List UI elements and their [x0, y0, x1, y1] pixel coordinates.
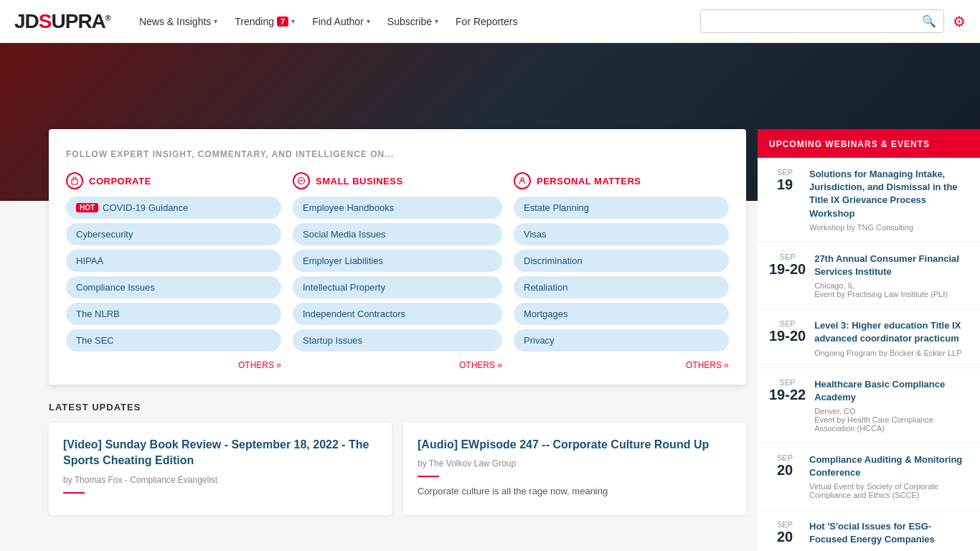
- topic-startup-issues[interactable]: Startup Issues: [293, 329, 502, 352]
- event-content-6: Hot 'S'ocial Issues for ESG-Focused Ener…: [809, 520, 969, 551]
- event-title-6[interactable]: Hot 'S'ocial Issues for ESG-Focused Ener…: [809, 520, 969, 546]
- event-date-4: SEP 19-22: [769, 378, 806, 433]
- small-business-column: SMALL BUSINESS Employee Handbooks Social…: [287, 172, 508, 370]
- event-meta-4: Denver, COEvent by Health Care Complianc…: [814, 407, 969, 433]
- webinars-header: UPCOMING WEBINARS & EVENTS: [758, 129, 980, 158]
- event-title-5[interactable]: Compliance Auditing & Monitoring Confere…: [809, 453, 969, 479]
- corporate-column: CORPORATE HOT COVID-19 Guidance Cybersec…: [66, 172, 287, 370]
- corporate-others[interactable]: OTHERS »: [66, 356, 281, 370]
- event-item-1: SEP 19 Solutions for Managing Intake, Ju…: [758, 158, 980, 242]
- article-excerpt-2: Corporate culture is all the rage now, m…: [418, 484, 732, 499]
- corporate-header: CORPORATE: [66, 172, 281, 189]
- event-content-3: Level 3: Higher education Title IX advan…: [814, 319, 969, 357]
- article-author-1: by Thomas Fox - Compliance Evangelist: [63, 475, 377, 485]
- personal-matters-icon: [514, 172, 531, 189]
- event-title-3[interactable]: Level 3: Higher education Title IX advan…: [814, 319, 969, 345]
- search-button[interactable]: 🔍: [915, 10, 943, 32]
- personal-matters-column: PERSONAL MATTERS Estate Planning Visas D…: [508, 172, 729, 370]
- event-item-5: SEP 20 Compliance Auditing & Monitoring …: [758, 443, 980, 510]
- event-date-3: SEP 19-20: [769, 319, 806, 357]
- small-business-others[interactable]: OTHERS »: [293, 356, 502, 370]
- topic-employee-handbooks[interactable]: Employee Handbooks: [293, 197, 502, 219]
- article-card-2: [Audio] EWpisode 247 -- Corporate Cultur…: [403, 423, 746, 515]
- webinars-title: UPCOMING WEBINARS & EVENTS: [769, 139, 930, 149]
- event-item-4: SEP 19-22 Healthcare Basic Compliance Ac…: [758, 368, 980, 443]
- topic-social-media[interactable]: Social Media Issues: [293, 223, 502, 245]
- corporate-title: CORPORATE: [89, 176, 151, 187]
- small-business-header: SMALL BUSINESS: [293, 172, 502, 189]
- logo[interactable]: JDSUPRA®: [14, 10, 110, 33]
- nav-news-insights[interactable]: News & Insights ▾: [139, 16, 217, 27]
- event-item-2: SEP 19-20 27th Annual Consumer Financial…: [758, 242, 980, 309]
- chevron-down-icon: ▾: [435, 17, 438, 25]
- event-meta-1: Workshop by TNG Consulting: [809, 223, 969, 232]
- topic-compliance[interactable]: Compliance Issues: [66, 276, 281, 298]
- event-date-1: SEP 19: [769, 168, 801, 232]
- topic-privacy[interactable]: Privacy: [514, 329, 729, 352]
- chevron-down-icon: ▾: [291, 17, 295, 25]
- trending-badge: 7: [277, 17, 288, 27]
- event-item-3: SEP 19-20 Level 3: Higher education Titl…: [758, 309, 980, 367]
- search-bar: 🔍: [700, 9, 944, 33]
- topic-retaliation[interactable]: Retaliation: [514, 276, 729, 298]
- topic-sec[interactable]: The SEC: [66, 329, 281, 352]
- nav-for-reporters[interactable]: For Reporters: [456, 16, 517, 27]
- latest-updates-section: LATEST UPDATES [Video] Sunday Book Revie…: [49, 402, 746, 515]
- topic-intellectual-property[interactable]: Intellectual Property: [293, 276, 502, 298]
- chevron-down-icon: ▾: [367, 17, 370, 25]
- topic-covid19[interactable]: HOT COVID-19 Guidance: [66, 197, 281, 219]
- topic-hipaa[interactable]: HIPAA: [66, 250, 281, 272]
- svg-point-2: [521, 178, 524, 181]
- topic-estate-planning[interactable]: Estate Planning: [514, 197, 729, 219]
- topic-employer-liabilities[interactable]: Employer Liabilities: [293, 250, 502, 272]
- nav-trending[interactable]: Trending 7 ▾: [235, 16, 295, 27]
- topic-nlrb[interactable]: The NLRB: [66, 303, 281, 325]
- event-content-4: Healthcare Basic Compliance Academy Denv…: [814, 378, 969, 433]
- articles-grid: [Video] Sunday Book Review - September 1…: [49, 423, 746, 515]
- latest-updates-title: LATEST UPDATES: [49, 402, 746, 413]
- event-title-4[interactable]: Healthcare Basic Compliance Academy: [814, 378, 969, 404]
- event-title-1[interactable]: Solutions for Managing Intake, Jurisdict…: [809, 168, 969, 220]
- topic-discrimination[interactable]: Discrimination: [514, 250, 729, 272]
- event-content-1: Solutions for Managing Intake, Jurisdict…: [809, 168, 969, 232]
- event-date-6: SEP 20: [769, 520, 801, 551]
- chevron-down-icon: ▾: [214, 17, 217, 25]
- personal-others[interactable]: OTHERS »: [514, 356, 729, 370]
- event-date-2: SEP 19-20: [769, 253, 806, 298]
- right-panel: UPCOMING WEBINARS & EVENTS SEP 19 Soluti…: [758, 129, 980, 551]
- topic-independent-contractors[interactable]: Independent Contractors: [293, 303, 502, 325]
- main-nav: News & Insights ▾ Trending 7 ▾ Find Auth…: [139, 16, 700, 27]
- event-meta-2: Chicago, ILEvent by Practising Law Insti…: [814, 281, 969, 298]
- search-input[interactable]: [701, 11, 915, 32]
- small-business-icon: [293, 172, 310, 189]
- event-title-2[interactable]: 27th Annual Consumer Financial Services …: [814, 253, 969, 278]
- event-content-2: 27th Annual Consumer Financial Services …: [814, 253, 969, 298]
- events-list: SEP 19 Solutions for Managing Intake, Ju…: [758, 158, 980, 551]
- event-item-6: SEP 20 Hot 'S'ocial Issues for ESG-Focus…: [758, 510, 980, 551]
- article-divider-2: [418, 476, 439, 477]
- nav-find-author[interactable]: Find Author ▾: [312, 16, 370, 27]
- settings-button[interactable]: ⚙: [953, 13, 966, 30]
- follow-card: FOLLOW EXPERT INSIGHT, COMMENTARY, AND I…: [49, 129, 746, 385]
- main-header: JDSUPRA® News & Insights ▾ Trending 7 ▾ …: [0, 0, 980, 43]
- topic-mortgages[interactable]: Mortgages: [514, 303, 729, 325]
- event-meta-3: Ongoing Program by Bricker & Eckler LLP: [814, 349, 969, 357]
- main-layout: FOLLOW EXPERT INSIGHT, COMMENTARY, AND I…: [0, 129, 980, 551]
- event-meta-5: Virtual Event by Society of Corporate Co…: [809, 482, 969, 499]
- topic-cybersecurity[interactable]: Cybersecurity: [66, 223, 281, 245]
- search-icon: 🔍: [922, 15, 936, 27]
- svg-rect-0: [72, 179, 77, 184]
- event-content-5: Compliance Auditing & Monitoring Confere…: [809, 453, 969, 499]
- nav-subscribe[interactable]: Subscribe ▾: [387, 16, 438, 27]
- article-title-2[interactable]: [Audio] EWpisode 247 -- Corporate Cultur…: [418, 437, 732, 453]
- article-divider-1: [63, 492, 85, 494]
- article-title-1[interactable]: [Video] Sunday Book Review - September 1…: [63, 437, 377, 469]
- small-business-title: SMALL BUSINESS: [316, 176, 403, 187]
- topic-visas[interactable]: Visas: [514, 223, 729, 245]
- follow-label: FOLLOW EXPERT INSIGHT, COMMENTARY, AND I…: [66, 149, 729, 159]
- personal-matters-title: PERSONAL MATTERS: [537, 176, 641, 187]
- article-card-1: [Video] Sunday Book Review - September 1…: [49, 423, 392, 515]
- topics-grid: CORPORATE HOT COVID-19 Guidance Cybersec…: [66, 172, 729, 370]
- personal-matters-header: PERSONAL MATTERS: [514, 172, 729, 189]
- logo-text: JDSUPRA®: [14, 10, 110, 33]
